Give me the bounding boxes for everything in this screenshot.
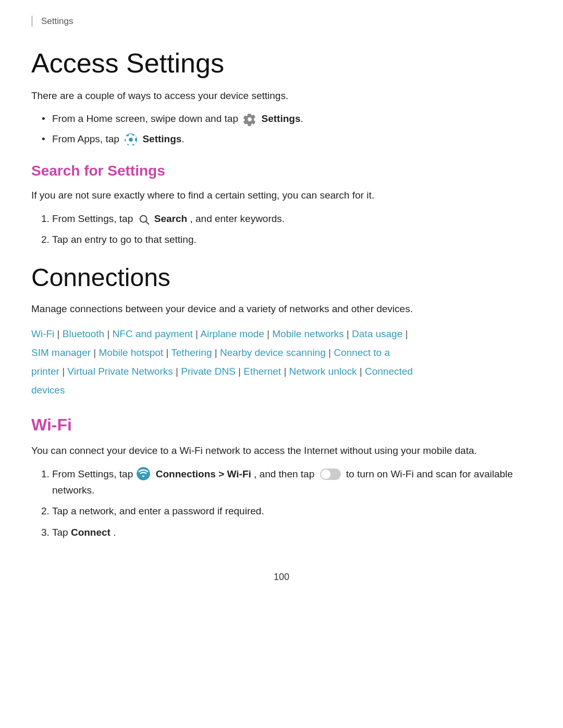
link-vpn[interactable]: Virtual Private Networks (67, 366, 173, 377)
wifi-intro: You can connect your device to a Wi-Fi n… (31, 443, 532, 459)
link-printer[interactable]: Connect to a (334, 347, 390, 358)
link-airplane[interactable]: Airplane mode (200, 328, 264, 339)
link-wifi[interactable]: Wi-Fi (31, 328, 54, 339)
page-number-text: 100 (274, 572, 289, 582)
wifi-step-1: From Settings, tap Connections > Wi-Fi ,… (52, 466, 532, 499)
sep4: | (264, 328, 270, 339)
bullet-2-bold: Settings (142, 133, 181, 144)
wifi-step-3: Tap Connect . (52, 525, 532, 540)
sep15: | (357, 366, 362, 377)
wifi-step1-connections: Connections > Wi-Fi (156, 468, 251, 479)
sep9: | (212, 347, 217, 358)
page-number: 100 (31, 572, 532, 583)
sep1: | (54, 328, 59, 339)
step2-text: Tap an entry to go to that setting. (52, 234, 197, 245)
access-settings-title: Access Settings (31, 47, 532, 79)
connections-links: Wi-Fi | Bluetooth | NFC and payment | Ai… (31, 325, 532, 400)
step1-after: , and enter keywords. (190, 213, 285, 224)
link-hotspot[interactable]: Mobile hotspot (99, 347, 164, 358)
gear-gray-icon (243, 113, 256, 126)
link-data-usage[interactable]: Data usage (352, 328, 402, 339)
search-section: Search for Settings If you are not sure … (31, 163, 532, 248)
link-bluetooth[interactable]: Bluetooth (63, 328, 104, 339)
bullet-1-before: From a Home screen, swipe down and tap (52, 113, 241, 124)
breadcrumb: Settings (31, 16, 532, 27)
search-step-2: Tap an entry to go to that setting. (52, 232, 532, 248)
wifi-section: Wi-Fi You can connect your device to a W… (31, 415, 532, 540)
link-nearby[interactable]: Nearby device scanning (220, 347, 326, 358)
wifi-steps: From Settings, tap Connections > Wi-Fi ,… (52, 466, 532, 541)
search-step-1: From Settings, tap Search , and enter ke… (52, 211, 532, 227)
link-ethernet[interactable]: Ethernet (243, 366, 281, 377)
search-intro: If you are not sure exactly where to fin… (31, 188, 532, 203)
link-printer2[interactable]: printer (31, 366, 59, 377)
wifi-step1-before: From Settings, tap (52, 468, 136, 479)
gear-teal-icon (124, 133, 138, 146)
link-devices[interactable]: devices (31, 385, 65, 396)
svg-line-2 (146, 221, 149, 224)
bullet-1-bold: Settings (262, 113, 301, 124)
link-connected[interactable]: Connected (365, 366, 413, 377)
sep13: | (236, 366, 241, 377)
bullet-2-before: From Apps, tap (52, 133, 122, 144)
link-network-unlock[interactable]: Network unlock (289, 366, 357, 377)
wifi-step-2: Tap a network, and enter a password if r… (52, 503, 532, 519)
bullet-item-1: From a Home screen, swipe down and tap S… (42, 111, 532, 127)
link-tethering[interactable]: Tethering (171, 347, 212, 358)
search-title: Search for Settings (31, 163, 532, 179)
svg-point-3 (137, 467, 150, 480)
wifi-step3-before: Tap (52, 527, 71, 538)
link-nfc[interactable]: NFC and payment (113, 328, 193, 339)
wifi-step2-text: Tap a network, and enter a password if r… (52, 505, 264, 516)
wifi-step3-after: . (113, 527, 116, 538)
connections-intro: Manage connections between your device a… (31, 301, 532, 317)
sep8: | (163, 347, 168, 358)
bullet-item-2: From Apps, tap Settings. (42, 131, 532, 147)
connections-section: Connections Manage connections between y… (31, 263, 532, 400)
sep2: | (104, 328, 109, 339)
sep5: | (344, 328, 349, 339)
wifi-title: Wi-Fi (31, 415, 532, 435)
step1-before: From Settings, tap (52, 213, 136, 224)
sep10: | (326, 347, 331, 358)
access-settings-intro: There are a couple of ways to access you… (31, 88, 532, 104)
sep14: | (281, 366, 286, 377)
breadcrumb-text: Settings (41, 16, 73, 26)
link-sim[interactable]: SIM manager (31, 347, 91, 358)
sep7: | (91, 347, 96, 358)
link-mobile-networks[interactable]: Mobile networks (272, 328, 344, 339)
link-dns[interactable]: Private DNS (181, 366, 236, 377)
wifi-step1-middle: , and then tap (254, 468, 317, 479)
step1-bold: Search (154, 213, 187, 224)
connections-title: Connections (31, 263, 532, 292)
search-icon (138, 214, 150, 225)
toggle-icon (320, 468, 341, 480)
wifi-connections-icon (136, 466, 151, 481)
search-steps: From Settings, tap Search , and enter ke… (52, 211, 532, 248)
sep6: | (402, 328, 408, 339)
wifi-step3-bold: Connect (71, 527, 111, 538)
sep12: | (173, 366, 178, 377)
sep11: | (59, 366, 65, 377)
sep3: | (193, 328, 200, 339)
access-settings-bullets: From a Home screen, swipe down and tap S… (42, 111, 532, 147)
